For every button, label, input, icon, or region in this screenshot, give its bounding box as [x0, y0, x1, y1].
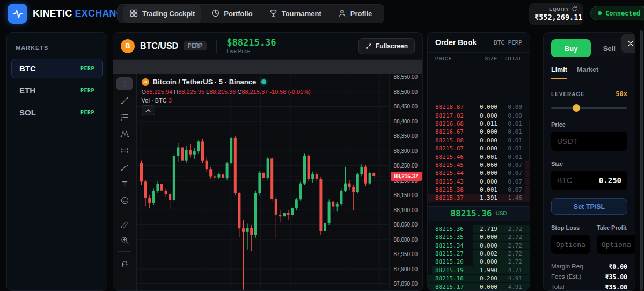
ask-row[interactable]: 88215.440.0000.07 [428, 169, 530, 177]
text-tool-icon[interactable] [116, 177, 133, 190]
top-header: KINETIC EXCHANGE Trading CockpitPortfoli… [0, 0, 644, 29]
slider-track[interactable] [551, 107, 627, 109]
zoom-in-tool-icon[interactable] [116, 234, 133, 246]
mid-price-unit: USD [495, 210, 507, 216]
market-item-eth[interactable]: ETHPERP [11, 81, 103, 100]
bid-row[interactable]: 88215.270.0022.72 [428, 250, 530, 258]
bitcoin-icon-small: B [142, 78, 149, 86]
ob-total: 0.07 [497, 162, 522, 169]
bid-row[interactable]: 88215.170.0004.91 [428, 282, 530, 290]
chart-legend: B Bitcoin / TetherUS · 5 · Binance O88,2… [142, 78, 311, 104]
axis-tick-label: 88,350.00 [394, 133, 418, 139]
ask-row[interactable]: 88217.020.0000.00 [428, 111, 530, 119]
refresh-icon[interactable] [572, 6, 577, 12]
ob-size: 1.990 [464, 267, 497, 274]
size-input[interactable]: BTC 0.250 [551, 171, 627, 190]
bid-row[interactable]: 88215.180.2004.91 [428, 274, 530, 282]
nav-item-tournament[interactable]: Tournament [262, 5, 328, 23]
bids-list: 88215.362.7192.7288215.350.0002.7288215.… [428, 225, 530, 291]
nav-item-profile[interactable]: Profile [331, 5, 378, 23]
order-summary: Margin Req.₹0.00 Fees (Est.)₹35.00 Total… [551, 263, 627, 291]
ob-size: 0.200 [464, 275, 497, 282]
ob-size: 0.001 [464, 154, 497, 161]
ob-size: 0.000 [464, 112, 497, 119]
fullscreen-button[interactable]: Fullscreen [358, 38, 415, 54]
ob-price: 88215.45 [435, 162, 464, 169]
stop-loss-input[interactable]: Optiona [551, 235, 590, 254]
ask-row[interactable]: 88215.880.0000.01 [428, 136, 530, 144]
ob-size: 2.719 [464, 225, 497, 232]
bid-row[interactable]: 88215.200.0002.72 [428, 258, 530, 266]
page-scrollbar[interactable] [640, 30, 643, 291]
leverage-row: LEVERAGE 50x [551, 90, 627, 98]
close-panel-button[interactable] [621, 34, 635, 53]
ob-total: 2.72 [497, 250, 522, 257]
depth-bar [525, 186, 530, 193]
ask-row[interactable]: 88215.460.0010.01 [428, 152, 530, 161]
bid-row[interactable]: 88215.340.0002.72 [428, 241, 530, 249]
ob-size: 0.000 [464, 104, 497, 111]
ob-price: 88215.38 [435, 186, 464, 193]
market-item-btc[interactable]: BTCPERP [11, 59, 103, 78]
ob-price: 88215.46 [435, 154, 464, 161]
ask-row[interactable]: 88215.380.0010.07 [428, 186, 530, 194]
depth-bar [525, 178, 530, 185]
leverage-slider[interactable] [551, 104, 627, 112]
ask-row[interactable]: 88215.870.0000.01 [428, 144, 530, 152]
take-profit-input[interactable]: Optiona [597, 235, 635, 254]
xabcd-pattern-tool-icon[interactable] [116, 127, 133, 140]
bid-row[interactable]: 88215.362.7192.72 [428, 225, 530, 233]
bitcoin-icon: B [121, 39, 135, 53]
nav-item-label: Profile [350, 10, 372, 18]
pulse-logo-icon [8, 4, 27, 24]
bid-row[interactable]: 88215.350.0002.72 [428, 233, 530, 241]
fib-lines-tool-icon[interactable] [116, 111, 133, 123]
ob-total: 2.72 [497, 258, 522, 265]
ob-price: 88215.35 [435, 234, 464, 241]
ruler-tool-icon[interactable] [116, 217, 133, 230]
brand-logo[interactable]: KINETIC EXCHANGE [8, 4, 130, 24]
markets-title: MARKETS [7, 33, 107, 59]
markets-sidebar: MARKETS BTCPERPETHPERPSOLPERP [6, 32, 107, 291]
ask-row[interactable]: 88216.680.0110.01 [428, 120, 530, 128]
ob-size: 0.000 [464, 234, 497, 241]
price-placeholder: USDT [557, 137, 577, 146]
price-axis[interactable]: 88,550.0088,500.0088,450.0088,400.0088,3… [389, 74, 422, 291]
ob-price: 88215.27 [435, 250, 464, 257]
tab-market[interactable]: Market [577, 66, 598, 79]
markets-list: BTCPERPETHPERPSOLPERP [7, 59, 107, 122]
slider-thumb[interactable] [573, 104, 580, 112]
market-symbol: ETH [19, 86, 35, 95]
ask-row[interactable]: 88215.430.0000.07 [428, 178, 530, 186]
bid-row[interactable]: 88215.191.9904.71 [428, 266, 530, 274]
trend-line-tool-icon[interactable] [116, 94, 133, 107]
brush-tool-icon[interactable] [116, 161, 133, 173]
ob-price: 88216.68 [435, 120, 464, 127]
magnet-tool-icon[interactable] [116, 257, 133, 270]
ob-total: 0.00 [497, 104, 522, 111]
emoji-tool-icon[interactable] [116, 194, 133, 207]
tab-limit[interactable]: Limit [551, 66, 567, 79]
column-price: PRICE [435, 56, 464, 61]
market-item-sol[interactable]: SOLPERP [11, 103, 103, 122]
ob-price: 88216.67 [435, 128, 464, 135]
nav-item-portfolio[interactable]: Portfolio [204, 5, 259, 23]
position-tool-tool-icon[interactable] [116, 144, 133, 157]
toolbar-divider [118, 212, 131, 212]
ask-row[interactable]: 88216.670.0000.01 [428, 128, 530, 136]
ob-size: 0.000 [464, 145, 497, 152]
crosshair-tool-icon[interactable] [116, 77, 133, 90]
ask-row[interactable]: 88218.870.0000.00 [428, 103, 530, 111]
chart-toolbar-strip [113, 60, 422, 74]
chart-body: B Bitcoin / TetherUS · 5 · Binance O88,2… [113, 74, 422, 290]
legend-collapse-button[interactable] [142, 105, 155, 115]
legend-ohlc: O88,225.94 H88,225.95 L88,215.36 C88,215… [142, 89, 311, 95]
ask-row[interactable]: 88215.450.0600.07 [428, 161, 530, 169]
buy-tab[interactable]: Buy [551, 39, 591, 57]
price-input[interactable]: USDT [551, 132, 627, 151]
set-tpsl-button[interactable]: Set TP/SL [551, 198, 627, 215]
candlestick-chart[interactable]: B Bitcoin / TetherUS · 5 · Binance O88,2… [137, 74, 389, 291]
ask-row[interactable]: 88215.371.3911.46 [428, 194, 530, 202]
ob-price: 88215.18 [435, 275, 464, 282]
nav-item-trading-cockpit[interactable]: Trading Cockpit [123, 5, 201, 23]
